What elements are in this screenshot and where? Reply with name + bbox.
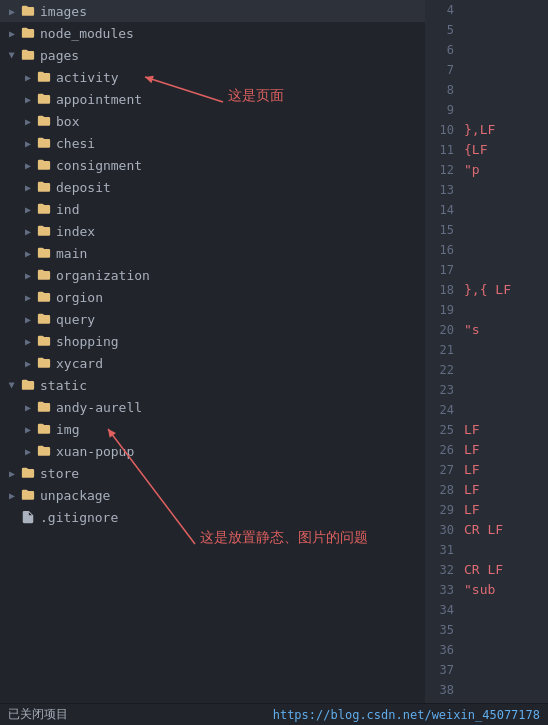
line-number: 37 — [425, 660, 454, 680]
file-icon-gitignore — [20, 509, 36, 525]
tree-item-pages[interactable]: pages — [0, 44, 425, 66]
code-line — [464, 20, 548, 40]
code-line — [464, 620, 548, 640]
tree-item-chesi[interactable]: chesi — [0, 132, 425, 154]
tree-item-gitignore[interactable]: .gitignore — [0, 506, 425, 528]
tree-item-consignment[interactable]: consignment — [0, 154, 425, 176]
chevron-shopping — [20, 333, 36, 349]
tree-item-ind[interactable]: ind — [0, 198, 425, 220]
item-label-chesi: chesi — [56, 136, 95, 151]
tree-item-store[interactable]: store — [0, 462, 425, 484]
tree-item-deposit[interactable]: deposit — [0, 176, 425, 198]
tree-item-static[interactable]: static — [0, 374, 425, 396]
tree-item-unpackage[interactable]: unpackage — [0, 484, 425, 506]
code-line — [464, 60, 548, 80]
tree-item-node_modules[interactable]: node_modules — [0, 22, 425, 44]
folder-icon-xuan-popup — [36, 443, 52, 459]
chevron-appointment — [20, 91, 36, 107]
folder-icon-node_modules — [20, 25, 36, 41]
line-number: 36 — [425, 640, 454, 660]
code-line — [464, 220, 548, 240]
item-label-organization: organization — [56, 268, 150, 283]
item-label-node_modules: node_modules — [40, 26, 134, 41]
line-number: 7 — [425, 60, 454, 80]
folder-icon-organization — [36, 267, 52, 283]
tree-item-xycard[interactable]: xycard — [0, 352, 425, 374]
line-number: 19 — [425, 300, 454, 320]
item-label-pages: pages — [40, 48, 79, 63]
code-line: CR LF — [464, 520, 548, 540]
tree-item-activity[interactable]: activity — [0, 66, 425, 88]
code-line — [464, 100, 548, 120]
folder-icon-unpackage — [20, 487, 36, 503]
code-line — [464, 80, 548, 100]
item-label-appointment: appointment — [56, 92, 142, 107]
line-number: 10 — [425, 120, 454, 140]
code-line — [464, 360, 548, 380]
item-label-main: main — [56, 246, 87, 261]
line-number: 9 — [425, 100, 454, 120]
line-number: 31 — [425, 540, 454, 560]
code-line — [464, 640, 548, 660]
item-label-deposit: deposit — [56, 180, 111, 195]
tree-item-andy-aurell[interactable]: andy-aurell — [0, 396, 425, 418]
tree-item-orgion[interactable]: orgion — [0, 286, 425, 308]
code-line: },{ LF — [464, 280, 548, 300]
folder-icon-shopping — [36, 333, 52, 349]
line-number: 29 — [425, 500, 454, 520]
svg-text:这是放置静态、图片的问题: 这是放置静态、图片的问题 — [200, 529, 368, 545]
tree-item-img[interactable]: img — [0, 418, 425, 440]
code-line: LF — [464, 480, 548, 500]
code-line — [464, 380, 548, 400]
line-number: 23 — [425, 380, 454, 400]
line-number: 30 — [425, 520, 454, 540]
tree-item-xuan-popup[interactable]: xuan-popup — [0, 440, 425, 462]
code-line: LF — [464, 440, 548, 460]
line-number: 17 — [425, 260, 454, 280]
line-number: 15 — [425, 220, 454, 240]
chevron-deposit — [20, 179, 36, 195]
code-line — [464, 240, 548, 260]
chevron-consignment — [20, 157, 36, 173]
code-line: CR LF — [464, 560, 548, 580]
chevron-store — [4, 465, 20, 481]
folder-icon-pages — [20, 47, 36, 63]
tree-item-main[interactable]: main — [0, 242, 425, 264]
line-number: 35 — [425, 620, 454, 640]
line-number: 32 — [425, 560, 454, 580]
chevron-organization — [20, 267, 36, 283]
line-number: 25 — [425, 420, 454, 440]
chevron-xycard — [20, 355, 36, 371]
tree-item-appointment[interactable]: appointment — [0, 88, 425, 110]
item-label-xycard: xycard — [56, 356, 103, 371]
item-label-shopping: shopping — [56, 334, 119, 349]
item-label-images: images — [40, 4, 87, 19]
tree-item-index[interactable]: index — [0, 220, 425, 242]
folder-icon-consignment — [36, 157, 52, 173]
line-number: 16 — [425, 240, 454, 260]
item-label-store: store — [40, 466, 79, 481]
folder-icon-store — [20, 465, 36, 481]
code-line — [464, 340, 548, 360]
tree-item-box[interactable]: box — [0, 110, 425, 132]
code-line: "s — [464, 320, 548, 340]
tree-item-query[interactable]: query — [0, 308, 425, 330]
code-line: {LF — [464, 140, 548, 160]
tree-item-organization[interactable]: organization — [0, 264, 425, 286]
line-number: 21 — [425, 340, 454, 360]
chevron-pages — [4, 47, 20, 63]
status-right: https://blog.csdn.net/weixin_45077178 — [273, 708, 540, 722]
code-line — [464, 300, 548, 320]
line-number: 34 — [425, 600, 454, 620]
chevron-unpackage — [4, 487, 20, 503]
line-number: 20 — [425, 320, 454, 340]
chevron-node_modules — [4, 25, 20, 41]
line-number: 5 — [425, 20, 454, 40]
line-number: 8 — [425, 80, 454, 100]
tree-item-shopping[interactable]: shopping — [0, 330, 425, 352]
tree-item-images[interactable]: images — [0, 0, 425, 22]
folder-icon-img — [36, 421, 52, 437]
item-label-orgion: orgion — [56, 290, 103, 305]
chevron-xuan-popup — [20, 443, 36, 459]
folder-icon-index — [36, 223, 52, 239]
